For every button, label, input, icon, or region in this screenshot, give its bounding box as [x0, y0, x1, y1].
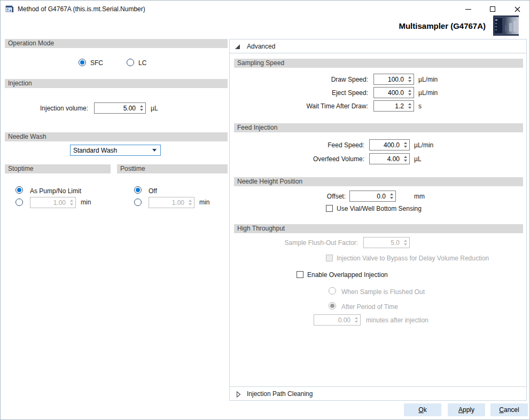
ok-button[interactable]: Ok [404, 403, 441, 416]
cancel-button[interactable]: Cancel [490, 403, 528, 416]
offset-value[interactable]: 0.0 [350, 193, 388, 200]
minutes-after-injection-spinner: 0.00 [314, 314, 361, 326]
wait-time-value[interactable]: 1.2 [374, 102, 406, 110]
feed-speed-spin-arrows[interactable] [402, 140, 409, 150]
expander-expanded-icon [235, 44, 240, 49]
feed-speed-label: Feed Speed: [262, 141, 364, 149]
stoptime-value: 1.00 [30, 199, 68, 207]
stoptime-value-spinner: 1.00 [30, 197, 76, 208]
sfc-radio[interactable] [79, 59, 86, 66]
spin-up-icon [404, 156, 407, 158]
multisampler-module-icon [493, 15, 519, 36]
section-injection: Injection [5, 79, 228, 88]
wait-time-spinner[interactable]: 1.2 [373, 100, 414, 112]
needle-wash-dropdown[interactable]: Standard Wash [70, 145, 161, 156]
app-icon [5, 5, 14, 13]
overfeed-volume-label: Overfeed Volume: [262, 155, 364, 163]
posttime-off-label[interactable]: Off [149, 187, 157, 195]
spin-down-icon [408, 107, 411, 109]
spin-up-icon [140, 105, 143, 107]
flush-out-factor-spinner: 5.0 [363, 237, 410, 248]
spin-up-icon [404, 142, 407, 144]
overlapped-injection-checkbox[interactable] [297, 271, 303, 278]
bottom-sensing-checkbox[interactable] [326, 205, 333, 212]
maximize-icon [490, 6, 495, 12]
sfc-radio-dot [80, 60, 84, 65]
bypass-valve-checkbox [326, 255, 333, 261]
spin-down-icon [355, 321, 358, 323]
eject-speed-spinner[interactable]: 400.0 [373, 87, 414, 98]
lc-radio-label[interactable]: LC [138, 59, 146, 67]
feed-speed-value[interactable]: 400.0 [370, 141, 402, 149]
stoptime-value-radio[interactable] [15, 199, 23, 206]
expander-collapsed-icon [236, 391, 241, 398]
posttime-spin-arrows [186, 197, 194, 208]
injection-volume-unit: µL [151, 105, 158, 113]
stoptime-as-pump-radio[interactable] [15, 186, 23, 194]
feed-speed-unit: µL/min [414, 141, 433, 149]
apply-button[interactable]: Apply [448, 403, 485, 416]
injection-volume-value[interactable]: 5.00 [95, 105, 138, 112]
injection-volume-spinner[interactable]: 5.00 [94, 102, 146, 114]
overfeed-volume-value[interactable]: 4.00 [370, 155, 402, 163]
wait-time-label: Wait Time After Draw: [262, 102, 368, 110]
draw-speed-value[interactable]: 100.0 [374, 76, 406, 83]
advanced-expander[interactable]: Advanced [230, 39, 526, 53]
offset-unit: mm [414, 193, 425, 201]
spin-down-icon [404, 146, 407, 148]
spin-up-icon [408, 103, 411, 105]
spin-down-icon [404, 160, 407, 162]
offset-label: Offset: [262, 193, 346, 201]
injection-volume-spin-arrows[interactable] [138, 103, 145, 113]
posttime-off-radio[interactable] [134, 186, 142, 194]
stoptime-as-pump-radio-dot [17, 188, 21, 192]
flush-out-spin-arrows [402, 237, 409, 248]
advanced-panel: Advanced Sampling Speed Draw Speed: 100.… [229, 39, 527, 401]
bottom-sensing-label[interactable]: Use Vial/Well Bottom Sensing [337, 205, 422, 213]
spin-up-icon [408, 76, 411, 78]
spin-down-icon [189, 203, 192, 205]
method-dialog: Method of G4767A (this.is.mt.Serial.Numb… [0, 0, 530, 420]
chevron-down-icon [152, 149, 157, 152]
needle-wash-selected: Standard Wash [71, 147, 152, 154]
lc-radio[interactable] [127, 59, 134, 66]
eject-speed-value[interactable]: 400.0 [374, 89, 406, 97]
device-title: Multisampler (G4767A) [399, 21, 486, 30]
section-sampling-speed: Sampling Speed [234, 59, 523, 68]
offset-spinner[interactable]: 0.0 [349, 191, 396, 202]
flushed-out-label: When Sample is Flushed Out [341, 288, 425, 296]
feed-speed-spinner[interactable]: 400.0 [369, 139, 410, 150]
draw-speed-label: Draw Speed: [262, 76, 368, 84]
overlapped-injection-label[interactable]: Enable Overlapped Injection [307, 271, 388, 279]
injection-path-cleaning-expander[interactable]: Injection Path Cleaning [230, 386, 526, 401]
eject-speed-spin-arrows[interactable] [406, 88, 414, 98]
window-title: Method of G4767A (this.is.mt.Serial.Numb… [18, 1, 145, 18]
spin-up-icon [390, 193, 393, 195]
draw-speed-spinner[interactable]: 100.0 [373, 74, 414, 85]
section-operation-mode: Operation Mode [5, 39, 228, 48]
overfeed-volume-spin-arrows[interactable] [402, 154, 409, 164]
spin-down-icon [140, 109, 143, 111]
posttime-value: 1.00 [149, 199, 186, 207]
minutes-after-injection-label: minutes after injection [366, 316, 428, 324]
spin-up-icon [70, 200, 73, 202]
stoptime-as-pump-label[interactable]: As Pump/No Limit [30, 187, 81, 195]
spin-up-icon [355, 317, 358, 319]
minutes-after-injection-value: 0.00 [314, 316, 353, 324]
overfeed-volume-spinner[interactable]: 4.00 [369, 153, 410, 164]
draw-speed-spin-arrows[interactable] [406, 74, 414, 84]
flush-out-factor-label: Sample Flush-Out Factor: [262, 239, 358, 247]
spin-up-icon [408, 90, 411, 92]
wait-time-spin-arrows[interactable] [406, 101, 414, 111]
device-header: Multisampler (G4767A) [399, 15, 519, 36]
draw-speed-unit: µL/min [418, 76, 438, 84]
posttime-unit: min [199, 199, 209, 207]
posttime-value-spinner: 1.00 [149, 197, 194, 208]
eject-speed-unit: µL/min [418, 89, 438, 97]
wait-time-unit: s [418, 102, 422, 110]
posttime-value-radio[interactable] [134, 199, 142, 206]
offset-spin-arrows[interactable] [388, 191, 395, 201]
period-radio-dot [330, 304, 334, 308]
sfc-radio-label[interactable]: SFC [90, 59, 103, 67]
cancel-button-label: Cancel [499, 406, 519, 414]
